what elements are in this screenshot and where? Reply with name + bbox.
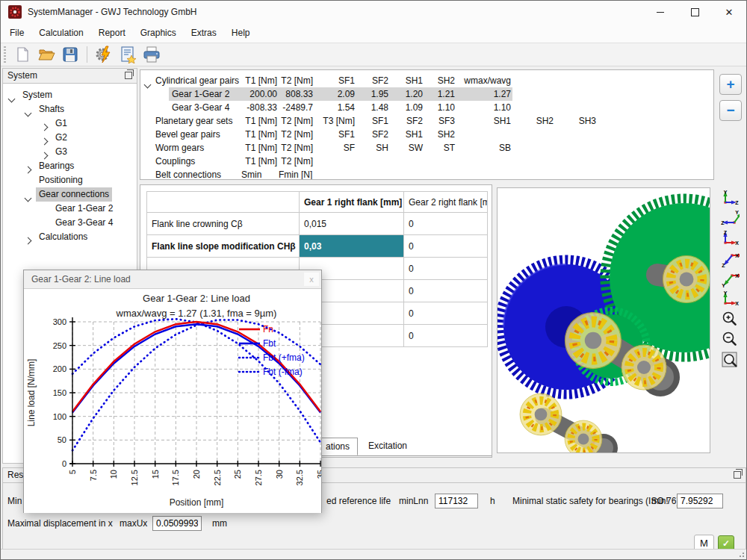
tree-item-g2[interactable]: G2 [3, 131, 137, 145]
flank-gear2-value-cell[interactable]: 0 [404, 258, 488, 280]
svg-text:Z: Z [721, 220, 725, 225]
gear-table-row-cylindrical-gear-pairs[interactable]: Cylindrical gear pairsT1 [Nm]T2 [Nm]SF1S… [140, 74, 713, 87]
svg-text:X: X [735, 240, 739, 246]
zoom-in-icon [720, 310, 740, 329]
gear-table-row-gear-3-gear-4[interactable]: Gear 3-Gear 4-808.33-2489.71.541.481.091… [140, 101, 713, 114]
gear-table-cell: SB [456, 141, 511, 155]
gear-table-row-label: Belt connections [155, 168, 221, 180]
menu-file[interactable]: File [2, 25, 31, 41]
minimize-button[interactable] [643, 1, 678, 23]
gear-table-cell: SH2 [512, 114, 554, 128]
print-button[interactable] [141, 45, 162, 64]
toolbar-separator [87, 46, 87, 63]
view-zy-button[interactable]: YZ [719, 209, 741, 228]
zoom-in-button[interactable] [719, 310, 741, 329]
gear-table-cell: T1 [Nm] [241, 114, 277, 128]
gear-table-row-label: Bevel gear pairs [155, 128, 220, 141]
line-load-window-titlebar[interactable]: Gear 1-Gear 2: Line load x [24, 270, 321, 289]
gear-table-cell: T2 [Nm] [279, 141, 313, 155]
gear-table-row-gear-1-gear-2[interactable]: Gear 1-Gear 2200.00808.332.091.951.201.2… [140, 87, 713, 101]
view-yz-button[interactable]: YZ [719, 189, 741, 208]
flank-gear1-value-cell[interactable]: 0,03 [300, 235, 404, 258]
gear-table-cell: wmax/wavg [456, 74, 511, 87]
view-yx-down-button[interactable]: YX [719, 270, 741, 289]
gear-table-row-worm-gears[interactable]: Worm gearsT1 [Nm]T2 [Nm]SFSHSWSTSB [140, 141, 713, 155]
svg-text:20: 20 [192, 470, 201, 479]
menu-graphics[interactable]: Graphics [133, 25, 184, 41]
close-button[interactable]: ✕ [712, 1, 746, 23]
svg-text:300: 300 [53, 317, 66, 326]
gear-table-row-bevel-gear-pairs[interactable]: Bevel gear pairsT1 [Nm]T2 [Nm]SF1SF2SH1S… [140, 128, 713, 141]
result-symbol-mins: min! [651, 494, 669, 508]
gear-table-row-label: Cylindrical gear pairs [155, 74, 239, 87]
menu-calculation[interactable]: Calculation [31, 25, 90, 41]
maxux-value-field[interactable] [152, 516, 202, 531]
gear-table-cell: T2 [Nm] [279, 155, 313, 168]
gear-table-row-label: Couplings [155, 155, 195, 168]
toolbar-grip[interactable] [4, 46, 6, 63]
calculate-button[interactable] [93, 45, 114, 64]
tree-item-gear-3-gear-4[interactable]: Gear 3-Gear 4 [3, 216, 137, 230]
result-symbol-maxux: maxUx [120, 516, 147, 531]
maximize-button[interactable] [678, 1, 712, 23]
system-panel-title: System [7, 70, 37, 81]
gear-table-cell: -2489.7 [279, 101, 313, 114]
menu-report[interactable]: Report [91, 25, 133, 41]
svg-text:27.5: 27.5 [254, 470, 263, 485]
printer-icon [143, 46, 161, 63]
static-safety-value-field[interactable] [677, 494, 723, 508]
zoom-out-button[interactable] [719, 330, 741, 349]
gear-table-cell: 1.10 [456, 101, 511, 114]
gear-table-row-belt-connections[interactable]: Belt connectionsSminFmin [N] [140, 168, 713, 180]
tree-item-g3[interactable]: G3 [3, 145, 137, 159]
gear-table-cell: 1.09 [390, 101, 423, 114]
save-file-button[interactable] [60, 45, 81, 64]
open-file-button[interactable] [36, 45, 57, 64]
float-panel-icon[interactable] [125, 72, 132, 79]
tree-item-positioning[interactable]: Positioning [3, 173, 137, 187]
gear-table-cell: ST [424, 141, 455, 155]
tab-excitation[interactable]: Excitation [358, 438, 418, 455]
gear-table-cell: 808.33 [279, 87, 313, 101]
flank-gear2-value-cell[interactable]: 0 [404, 302, 488, 325]
flank-gear2-value-cell[interactable]: 0 [404, 280, 488, 302]
report-document-icon [119, 46, 137, 63]
view-zx-down-button[interactable]: ZX [719, 249, 741, 269]
chevron-right-icon[interactable] [25, 234, 31, 248]
add-button[interactable]: + [719, 74, 742, 95]
svg-text:50: 50 [58, 435, 66, 444]
tree-item-system[interactable]: System [3, 88, 137, 102]
gear-table-row-planetary-gear-sets[interactable]: Planetary gear setsT1 [Nm]T2 [Nm]T3 [Nm]… [140, 114, 713, 128]
system-tree: SystemShaftsG1G2G3BearingsPositioningGea… [3, 84, 137, 244]
svg-text:Position [mm]: Position [mm] [170, 497, 224, 508]
tree-item-shafts[interactable]: Shafts [3, 102, 137, 116]
svg-text:7.5: 7.5 [89, 470, 98, 481]
new-document-button[interactable] [12, 45, 33, 64]
menu-help[interactable]: Help [224, 25, 258, 41]
resize-grip[interactable] [737, 550, 745, 558]
flank-gear2-value-cell[interactable]: 0 [404, 235, 488, 258]
menu-extras[interactable]: Extras [184, 25, 224, 41]
flank-gear2-value-cell[interactable]: 0 [404, 325, 488, 347]
tree-item-calculations[interactable]: Calculations [3, 230, 137, 244]
view-zx-button[interactable]: ZX [719, 229, 741, 249]
tree-item-gear-connections[interactable]: Gear connections [3, 187, 137, 202]
tree-item-gear-1-gear-2[interactable]: Gear 1-Gear 2 [3, 202, 137, 216]
gear-table-row-label: Gear 1-Gear 2 [172, 87, 229, 101]
minlnn-value-field[interactable] [435, 494, 478, 508]
view-yx-button[interactable]: YX [719, 290, 741, 309]
gear-table-cell: T2 [Nm] [279, 114, 313, 128]
float-panel-icon[interactable] [734, 471, 741, 479]
gear-table-row-couplings[interactable]: CouplingsT1 [Nm]T2 [Nm] [140, 155, 713, 168]
line-load-window[interactable]: Gear 1-Gear 2: Line load x 0501001502002… [23, 270, 322, 513]
tree-item-g1[interactable]: G1 [3, 116, 137, 131]
window-close-icon[interactable]: x [304, 273, 319, 286]
tree-item-bearings[interactable]: Bearings [3, 159, 137, 173]
remove-button[interactable]: − [719, 100, 742, 121]
svg-text:Gear 1-Gear 2: Line load: Gear 1-Gear 2: Line load [143, 293, 250, 304]
zoom-fit-button[interactable] [719, 350, 741, 370]
gear-3d-viewport[interactable] [497, 187, 710, 453]
flank-gear1-value-cell[interactable]: 0,015 [300, 213, 404, 235]
report-settings-button[interactable] [117, 45, 138, 64]
flank-gear2-value-cell[interactable]: 0 [404, 213, 488, 235]
